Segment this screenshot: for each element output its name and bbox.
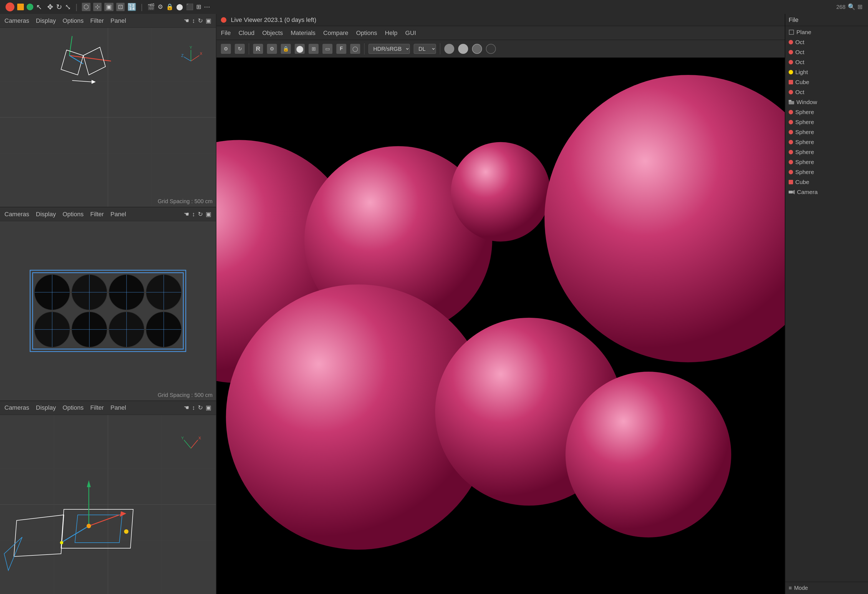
vp2-tb-hand[interactable]: ☚ [184,211,189,218]
grid-icon[interactable]: ⊞ [196,3,201,10]
cube-icon[interactable]: ⬛ [186,3,193,10]
dl-dropdown[interactable]: DL [414,44,436,54]
lv-menu-gui[interactable]: GUI [405,30,416,37]
toolbar-icon-5[interactable]: ⬡ [82,3,90,11]
lv-menu-cloud[interactable]: Cloud [238,30,254,37]
lv-tb-lock-icon[interactable]: 🔒 [281,44,291,54]
toolbar-icon-3[interactable] [27,4,33,10]
toolbar-icon-pointer[interactable]: ↖ [36,3,42,11]
tree-item-light[interactable]: Light [785,67,868,77]
lv-menu-materials[interactable]: Materials [291,30,316,37]
vp1-menu-cameras[interactable]: Cameras [4,17,29,24]
vp1-tb-rotate[interactable]: ↻ [198,17,203,24]
tree-item-camera[interactable]: Camera [785,187,868,197]
vp3-menu-options[interactable]: Options [62,404,84,411]
vp3-menu-filter[interactable]: Filter [90,404,104,411]
vp1-tb-move[interactable]: ↕ [192,17,195,24]
tree-sphere5-icon [789,150,793,154]
vp3-tb-layout[interactable]: ▣ [206,404,211,411]
tree-item-oct-2[interactable]: Oct [785,47,868,57]
vp2-menu-display[interactable]: Display [36,211,56,218]
vp2-menu-options[interactable]: Options [62,211,84,218]
lv-color-circle-2[interactable] [458,44,468,54]
lv-menu-compare[interactable]: Compare [323,30,348,37]
tree-item-plane[interactable]: Plane [785,27,868,37]
vp2-tb-rotate[interactable]: ↻ [198,211,203,218]
tree-item-sphere-7[interactable]: Sphere [785,167,868,177]
toolbar-extra-icon[interactable]: 🔍 [848,3,855,10]
lv-color-circle-3[interactable] [472,44,482,54]
tree-item-sphere-2[interactable]: Sphere [785,117,868,127]
svg-rect-52 [789,191,793,194]
toolbar-icon-6[interactable]: ⊹ [93,3,102,11]
vp1-menu-display[interactable]: Display [36,17,56,24]
vp3-menu-cameras[interactable]: Cameras [4,404,29,411]
tree-item-sphere-5[interactable]: Sphere [785,147,868,157]
tree-item-cube-2[interactable]: Cube [785,177,868,187]
lv-tb-render-icon[interactable]: ⚙ [267,44,277,54]
render-icon[interactable]: 🎬 [148,3,155,10]
tree-item-sphere-4[interactable]: Sphere [785,137,868,147]
lv-tb-circle-tb-icon[interactable]: ◯ [350,44,360,54]
vp1-menu-options[interactable]: Options [62,17,84,24]
toolbar-icon-7[interactable]: ▣ [104,3,114,11]
tree-item-sphere3-label: Sphere [795,129,814,136]
lv-menu-file[interactable]: File [221,30,230,37]
viewport3-canvas[interactable]: X Y [0,415,216,594]
vp3-tb-rotate[interactable]: ↻ [198,404,203,411]
toolbar-icon-1[interactable] [6,3,15,11]
lv-tb-f-icon[interactable]: F [336,44,346,54]
lv-tb-grid-tb-icon[interactable]: ⊞ [309,44,319,54]
vp2-menu-panel[interactable]: Panel [111,211,126,218]
vp1-tb-layout[interactable]: ▣ [206,17,211,24]
vp3-menu-panel[interactable]: Panel [111,404,126,411]
lv-color-circle-4[interactable] [486,44,496,54]
tree-item-oct-3[interactable]: Oct [785,57,868,67]
vp2-tb-layout[interactable]: ▣ [206,211,211,218]
tree-item-sphere5-label: Sphere [795,149,814,155]
tree-item-window[interactable]: Window [785,97,868,107]
lv-close-button[interactable] [221,17,226,23]
toolbar-icon-9[interactable]: 🔢 [127,3,136,11]
vp3-menu-display[interactable]: Display [36,404,56,411]
tree-item-sphere-1[interactable]: Sphere [785,107,868,117]
toolbar-icon-rotate[interactable]: ↻ [56,3,62,11]
toolbar-extra2-icon[interactable]: ⊞ [858,3,862,10]
tree-item-oct-4[interactable]: Oct [785,87,868,97]
toolbar-icon-scale[interactable]: ⤡ [65,3,71,11]
tree-item-cube[interactable]: Cube [785,77,868,87]
vp2-tb-move[interactable]: ↕ [192,211,195,218]
vp3-tb-move[interactable]: ↕ [192,404,195,411]
vp2-menu-cameras[interactable]: Cameras [4,211,29,218]
settings-icon[interactable]: ⚙ [158,3,163,10]
lv-color-circle-1[interactable] [444,44,454,54]
lv-tb-R-icon[interactable]: R [253,44,263,54]
tree-item-sphere-3[interactable]: Sphere [785,127,868,137]
viewport1-canvas[interactable]: X Y Z Grid Spacing : 500 cm [0,28,216,207]
lv-tb-sphere-tb-icon[interactable]: ⬤ [295,44,305,54]
lv-menu-options[interactable]: Options [356,30,377,37]
toolbar-icon-8[interactable]: ⊡ [116,3,125,11]
circle-cell-5 [34,312,70,347]
vp1-menu-filter[interactable]: Filter [90,17,104,24]
lv-tb-reload-icon[interactable]: ↻ [235,44,245,54]
lv-tb-settings-icon[interactable]: ⚙ [221,44,231,54]
tree-item-oct-1[interactable]: Oct [785,37,868,47]
vp2-menu-filter[interactable]: Filter [90,211,104,218]
lv-menu-help[interactable]: Help [385,30,397,37]
vp1-menu-panel[interactable]: Panel [111,17,126,24]
hdr-dropdown[interactable]: HDR/sRGB [369,44,410,54]
toolbar-icon-move[interactable]: ✥ [47,3,53,11]
tree-item-sphere-6[interactable]: Sphere [785,157,868,167]
lv-tb-rect-tb-icon[interactable]: ▭ [322,44,332,54]
lv-menu-objects[interactable]: Objects [262,30,283,37]
spline-icon[interactable]: ⋯ [204,3,210,10]
sphere-icon[interactable]: ⬤ [176,3,183,10]
tree-item-sphere4-label: Sphere [795,139,814,145]
viewport2-canvas[interactable]: Grid Spacing : 500 cm [0,221,216,400]
vp1-tb-hand[interactable]: ☚ [184,17,189,24]
toolbar-icon-2[interactable] [17,4,24,10]
lock-icon[interactable]: 🔒 [166,3,173,10]
vp3-tb-hand[interactable]: ☚ [184,404,189,411]
svg-marker-12 [92,80,96,84]
